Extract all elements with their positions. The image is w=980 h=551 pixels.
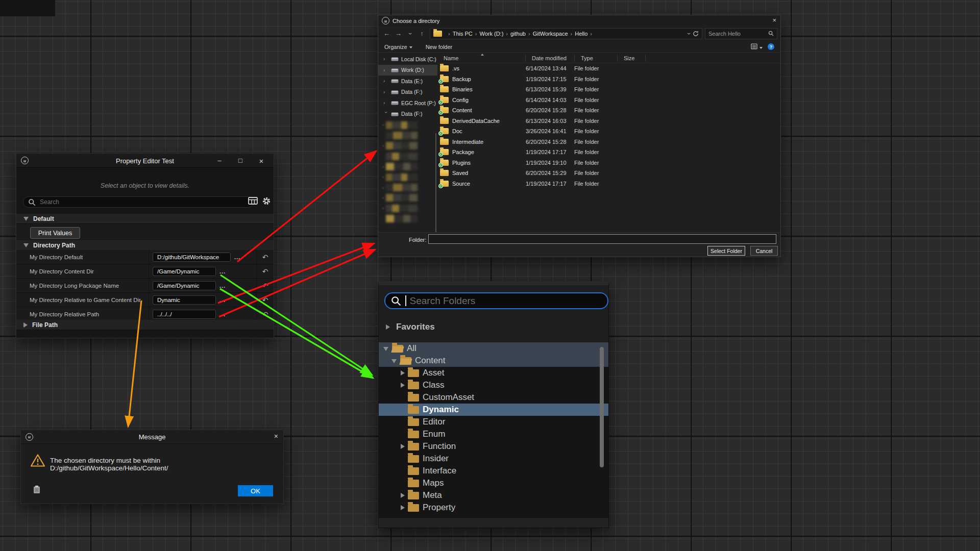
close-icon[interactable]: × [257,157,266,165]
file-row[interactable]: Backup 1/19/2024 17:15 File folder [437,74,780,85]
search-input[interactable]: Search Hello [705,28,777,39]
reset-to-default-button[interactable]: ↶ [256,293,274,307]
window-titlebar[interactable]: u Property Editor Test – □ × [16,154,274,168]
folder-tree-item[interactable]: Editor [379,416,608,428]
breadcrumb-item[interactable]: Hello [575,31,587,37]
property-value-field[interactable]: ../../../ [153,310,216,319]
recent-locations-icon[interactable]: › [405,30,415,37]
up-icon[interactable]: ↑ [416,30,427,37]
column-header-size[interactable]: Size [618,55,646,62]
sidebar-drive-item[interactable]: › Work (D:) [378,65,437,76]
sidebar-scrollbar[interactable] [435,133,436,233]
select-folder-button[interactable]: Select Folder [707,246,745,256]
sidebar-drive-item[interactable]: › EGC Root (P:) [378,97,437,109]
print-values-button[interactable]: Print Values [30,227,80,239]
section-header-directory-path[interactable]: Directory Path [16,240,274,251]
expander-icon[interactable]: › [383,56,388,62]
forward-icon[interactable]: → [393,30,404,37]
folder-tree-item[interactable]: All [379,342,608,355]
file-row[interactable]: Intermediate 6/20/2024 15:28 File folder [437,137,780,147]
expander-icon[interactable] [399,443,406,450]
refresh-icon[interactable] [693,31,699,37]
folder-name-input[interactable] [428,234,776,244]
file-row[interactable]: Config 6/14/2024 14:03 File folder [437,95,780,106]
sidebar-drive-item[interactable]: › Data (F:) [378,109,437,120]
reset-to-default-button[interactable]: ↶ [256,250,274,264]
browse-button[interactable]: ... [234,254,240,260]
expander-icon[interactable] [399,394,406,402]
property-value-field[interactable]: /Game/Dynamic [153,281,216,290]
folder-search-input[interactable]: Search Folders [384,292,608,309]
reset-to-default-button[interactable]: ↶ [256,279,274,292]
expander-icon[interactable] [399,418,406,426]
expander-icon[interactable] [399,504,406,512]
address-dropdown-icon[interactable]: › [685,33,693,35]
close-icon[interactable]: × [274,432,278,440]
expander-icon[interactable] [391,357,399,365]
folder-tree-item[interactable]: Meta [379,489,608,502]
folder-tree-item[interactable]: Insider [379,453,608,465]
search-input[interactable]: Search [23,196,254,208]
reset-to-default-button[interactable]: ↶ [256,307,274,321]
expander-icon[interactable] [399,369,406,377]
view-mode-button[interactable] [751,43,763,51]
tree-scrollbar[interactable] [600,347,604,467]
folder-tree-item[interactable]: Dynamic [379,404,608,416]
expander-icon[interactable] [399,455,406,463]
browse-button[interactable]: ... [219,311,226,317]
file-row[interactable]: Binaries 6/13/2024 15:39 File folder [437,84,780,95]
folder-tree-item[interactable]: Enum [379,428,608,440]
breadcrumb[interactable]: › This PC › Work (D:) › github › GitWork… [430,28,702,39]
expander-icon[interactable] [399,382,406,389]
browse-button[interactable]: ... [219,297,226,303]
file-row[interactable]: Content 6/20/2024 15:28 File folder [437,105,780,116]
expander-icon[interactable] [399,492,406,499]
settings-button[interactable] [262,196,271,207]
help-icon[interactable]: ? [768,43,774,50]
expander-icon[interactable] [399,480,406,487]
maximize-icon[interactable]: □ [236,157,245,164]
column-header-date[interactable]: Date modified [526,55,575,62]
column-header-type[interactable]: Type [575,55,618,62]
expander-icon[interactable]: › [383,111,389,116]
new-folder-button[interactable]: New folder [426,44,453,50]
dialog-titlebar[interactable]: u Choose a directory × [378,15,780,26]
close-icon[interactable]: × [772,16,776,24]
expander-icon[interactable] [399,431,406,438]
expander-icon[interactable]: › [383,78,388,84]
file-row[interactable]: .vs 6/14/2024 13:44 File folder [437,63,780,74]
file-row[interactable]: Doc 3/26/2024 16:41 File folder [437,126,780,137]
file-row[interactable]: Package 1/19/2024 17:17 File folder [437,147,780,158]
folder-tree-item[interactable]: Maps [379,477,608,489]
favorites-section-header[interactable]: Favorites [379,319,608,335]
dialog-titlebar[interactable]: u Message × [21,430,283,444]
folder-tree-item[interactable]: Class [379,379,608,391]
file-row[interactable]: Plugins 1/19/2024 19:10 File folder [437,158,780,168]
expander-icon[interactable] [399,467,406,475]
file-row[interactable]: Source 1/19/2024 17:17 File folder [437,179,780,189]
file-row[interactable]: Saved 6/20/2024 15:29 File folder [437,168,780,179]
folder-tree-item[interactable]: Interface [379,465,608,477]
folder-tree-item[interactable]: Content [379,355,608,367]
cancel-button[interactable]: Cancel [750,246,778,256]
folder-tree-item[interactable]: Function [379,440,608,453]
property-value-field[interactable]: /Game/Dynamic [153,267,216,276]
property-value-field[interactable]: Dynamic [153,295,216,305]
minimize-icon[interactable]: – [215,157,224,164]
property-value-field[interactable]: D:/github/GitWorkspace [153,253,231,262]
reset-to-default-button[interactable]: ↶ [256,264,274,278]
expander-icon[interactable]: › [383,100,388,106]
breadcrumb-item[interactable]: Work (D:) [479,31,503,37]
expander-icon[interactable] [399,406,406,414]
breadcrumb-item[interactable]: GitWorkspace [533,31,568,37]
breadcrumb-item[interactable]: github [510,31,526,37]
folder-tree-item[interactable]: CustomAsset [379,391,608,404]
section-header-file-path[interactable]: File Path [16,320,274,330]
ok-button[interactable]: OK [238,485,273,496]
copy-to-clipboard-icon[interactable] [33,485,40,494]
sidebar-drive-item[interactable]: › Data (E:) [378,76,437,87]
browse-button[interactable]: ... [219,268,226,274]
display-filter-button[interactable] [248,197,258,206]
folder-tree-item[interactable]: Property [379,502,608,514]
back-icon[interactable]: ← [381,30,392,37]
